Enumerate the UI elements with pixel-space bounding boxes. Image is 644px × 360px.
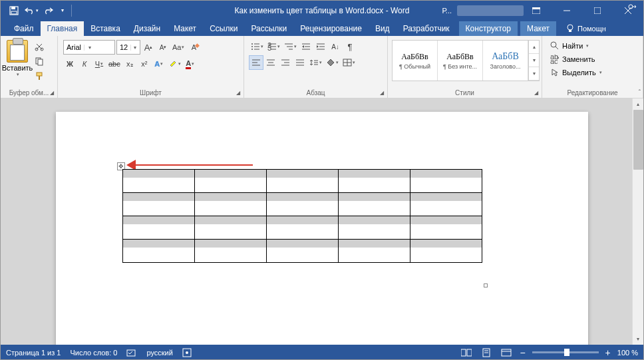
- tab-table-layout[interactable]: Макет: [520, 21, 556, 36]
- font-color-button[interactable]: A▾: [184, 57, 197, 71]
- tab-developer[interactable]: Разработчик: [397, 21, 456, 36]
- style-scroll-down[interactable]: ▾: [529, 54, 539, 67]
- web-layout-button[interactable]: [500, 347, 513, 359]
- tab-review[interactable]: Рецензирование: [293, 21, 369, 36]
- word-count[interactable]: Число слов: 0: [70, 349, 117, 357]
- change-case-button[interactable]: Aa▾: [171, 41, 186, 54]
- scroll-thumb[interactable]: [633, 110, 643, 170]
- show-marks-button[interactable]: ¶: [343, 40, 357, 53]
- tab-file[interactable]: Файл: [7, 21, 41, 36]
- align-center-button[interactable]: [264, 56, 277, 69]
- shrink-font-button[interactable]: A▾: [156, 41, 170, 54]
- align-right-button[interactable]: [279, 56, 292, 69]
- tab-home[interactable]: Главная: [41, 21, 84, 36]
- clipboard-launcher[interactable]: ◢: [48, 89, 56, 96]
- tab-references[interactable]: Ссылки: [203, 21, 244, 36]
- ribbon-display-options[interactable]: [521, 1, 552, 20]
- table-resize-handle[interactable]: [484, 283, 488, 287]
- table-row[interactable]: [123, 170, 482, 193]
- tab-table-design[interactable]: Конструктор: [459, 21, 518, 36]
- spellcheck-icon[interactable]: [126, 348, 137, 357]
- tab-mailings[interactable]: Рассылки: [244, 21, 293, 36]
- tab-view[interactable]: Вид: [369, 21, 397, 36]
- clear-formatting-button[interactable]: A◆: [187, 41, 200, 54]
- bullets-button[interactable]: ▾: [249, 40, 265, 53]
- scroll-up-button[interactable]: ▴: [633, 98, 643, 110]
- bold-button[interactable]: Ж: [63, 57, 77, 71]
- highlight-button[interactable]: ▾: [167, 57, 182, 71]
- print-layout-button[interactable]: [480, 347, 493, 359]
- share-button[interactable]: [624, 0, 641, 16]
- tab-layout[interactable]: Макет: [167, 21, 203, 36]
- borders-button[interactable]: ▾: [341, 56, 357, 69]
- tell-me-search[interactable]: Помощн: [560, 21, 611, 36]
- redo-button[interactable]: [41, 3, 57, 19]
- read-mode-button[interactable]: [460, 347, 473, 359]
- font-size-combo[interactable]: 12▾: [116, 40, 140, 55]
- tab-insert[interactable]: Вставка: [84, 21, 127, 36]
- vertical-scrollbar[interactable]: ▴ ▾: [632, 98, 643, 345]
- increase-indent-button[interactable]: [314, 40, 327, 53]
- copy-button[interactable]: [33, 55, 46, 68]
- styles-launcher[interactable]: ◢: [532, 89, 540, 96]
- zoom-level[interactable]: 100 %: [617, 349, 638, 357]
- italic-button[interactable]: К: [78, 57, 91, 71]
- document-table[interactable]: [122, 169, 482, 263]
- zoom-slider[interactable]: [532, 351, 599, 353]
- replace-button[interactable]: abacЗаменить: [548, 53, 605, 65]
- numbering-button[interactable]: 123▾: [266, 40, 281, 53]
- replace-icon: abac: [550, 55, 560, 64]
- page[interactable]: ✥: [56, 112, 588, 345]
- ribbon: Вставить ▾ Буфер обм... ◢ Arial▾ 12▾ A▴ …: [1, 36, 643, 98]
- paragraph-launcher[interactable]: ◢: [378, 89, 386, 96]
- line-spacing-button[interactable]: ▾: [308, 56, 323, 69]
- text-effects-button[interactable]: A▾: [152, 57, 166, 71]
- underline-button[interactable]: Ч▾: [92, 57, 106, 71]
- macro-indicator[interactable]: [182, 348, 192, 357]
- style-no-spacing[interactable]: АаБбВв¶ Без инте...: [438, 41, 483, 81]
- style-expand[interactable]: ▾: [529, 67, 539, 81]
- user-account[interactable]: Р...: [442, 5, 524, 16]
- save-button[interactable]: [6, 3, 22, 19]
- scroll-down-button[interactable]: ▾: [633, 333, 643, 345]
- find-button[interactable]: Найти▾: [548, 40, 605, 52]
- style-scroll-up[interactable]: ▴: [529, 41, 539, 54]
- align-left-button[interactable]: [249, 56, 263, 69]
- collapse-ribbon-button[interactable]: ˆ: [639, 89, 641, 96]
- shading-button[interactable]: ▾: [325, 56, 340, 69]
- svg-point-18: [251, 43, 253, 45]
- tab-design[interactable]: Дизайн: [127, 21, 167, 36]
- multilevel-list-button[interactable]: ▾: [283, 40, 298, 53]
- zoom-out-button[interactable]: −: [520, 347, 525, 358]
- search-icon: [550, 41, 560, 51]
- language-indicator[interactable]: русский: [146, 349, 172, 357]
- svg-rect-69: [502, 349, 511, 356]
- cut-button[interactable]: [33, 40, 46, 53]
- font-name-combo[interactable]: Arial▾: [63, 40, 115, 55]
- table-row[interactable]: [123, 240, 482, 263]
- decrease-indent-button[interactable]: [299, 40, 313, 53]
- strikethrough-button[interactable]: abc: [107, 57, 122, 71]
- subscript-button[interactable]: x₂: [123, 57, 136, 71]
- sort-button[interactable]: A↓: [329, 40, 342, 53]
- minimize-button[interactable]: [552, 1, 582, 20]
- maximize-button[interactable]: [582, 1, 613, 20]
- grow-font-button[interactable]: A▴: [142, 41, 155, 54]
- qat-customize[interactable]: ▾: [58, 3, 67, 19]
- paste-icon: [7, 40, 28, 63]
- select-button[interactable]: Выделить▾: [548, 67, 605, 79]
- justify-button[interactable]: [293, 56, 307, 69]
- styles-gallery[interactable]: АаБбВв¶ Обычный АаБбВв¶ Без инте... АаБб…: [392, 40, 540, 81]
- style-normal[interactable]: АаБбВв¶ Обычный: [393, 41, 438, 81]
- svg-rect-1: [11, 7, 15, 9]
- font-launcher[interactable]: ◢: [234, 89, 242, 96]
- superscript-button[interactable]: x²: [138, 57, 151, 71]
- undo-button[interactable]: ▾: [23, 3, 39, 19]
- page-count[interactable]: Страница 1 из 1: [6, 349, 61, 357]
- table-row[interactable]: [123, 193, 482, 216]
- style-heading1[interactable]: АаБбВЗаголово...: [483, 41, 528, 81]
- format-painter-button[interactable]: [33, 69, 46, 83]
- table-row[interactable]: [123, 216, 482, 240]
- zoom-in-button[interactable]: +: [605, 347, 611, 358]
- paste-button[interactable]: Вставить ▾: [3, 37, 31, 77]
